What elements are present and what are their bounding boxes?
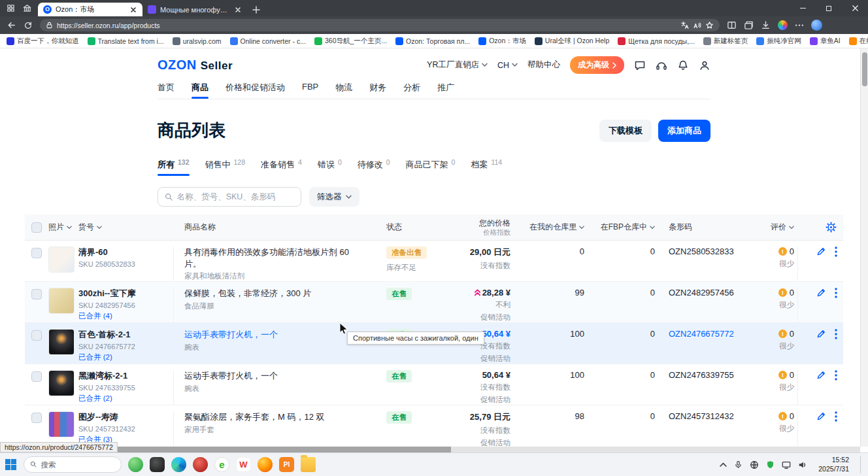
barcode-link[interactable]: OZN2476675772 xyxy=(669,329,734,339)
edit-pencil-icon[interactable] xyxy=(816,288,826,298)
col-photo[interactable]: 照片 xyxy=(48,222,77,233)
security-shield-icon[interactable] xyxy=(766,460,775,469)
nav-finance[interactable]: 财务 xyxy=(369,82,386,99)
extension-icon[interactable] xyxy=(778,20,788,30)
bookmark-item[interactable]: 新建标签页 xyxy=(703,37,748,46)
filters-button[interactable]: 筛选器 xyxy=(309,187,359,207)
grid-icon[interactable] xyxy=(7,4,15,12)
back-icon[interactable] xyxy=(7,20,16,30)
table-settings-gear-icon[interactable] xyxy=(826,222,837,233)
help-center-link[interactable]: 帮助中心 xyxy=(527,60,560,71)
file-explorer-icon[interactable] xyxy=(301,457,316,472)
product-photo[interactable] xyxy=(48,411,75,437)
globe-network-icon[interactable] xyxy=(750,460,759,469)
product-search[interactable] xyxy=(158,187,301,207)
row-menu-kebab-icon[interactable] xyxy=(835,370,837,381)
product-photo[interactable] xyxy=(48,288,75,314)
microphone-icon[interactable] xyxy=(734,460,743,469)
display-icon[interactable] xyxy=(782,460,791,469)
bookmark-item[interactable]: 百度一下，你就知道 xyxy=(7,37,79,46)
bookmark-item[interactable]: 章鱼AI xyxy=(810,37,841,46)
goods-number[interactable]: 清界-60 xyxy=(78,246,167,258)
bookmark-item[interactable]: Ozon: Торговая пл... xyxy=(395,37,470,45)
row-checkbox[interactable] xyxy=(31,330,42,341)
goods-number[interactable]: 300zhi--宝下摩 xyxy=(78,288,167,299)
settings-menu-icon[interactable] xyxy=(795,24,804,27)
product-photo[interactable] xyxy=(48,246,75,273)
e-browser-icon[interactable] xyxy=(214,457,229,472)
filter-tab-all[interactable]: 所有132 xyxy=(158,159,190,176)
row-menu-kebab-icon[interactable] xyxy=(835,411,837,422)
wps-icon[interactable] xyxy=(236,457,251,472)
dark-app-icon[interactable] xyxy=(150,457,165,472)
bookmark-item[interactable]: Ozon：市场 xyxy=(478,37,526,46)
language-selector[interactable]: CH xyxy=(497,61,518,70)
tab-close-icon[interactable] xyxy=(234,6,242,14)
edit-pencil-icon[interactable] xyxy=(816,370,826,380)
bookmark-item[interactable]: Translate text from i... xyxy=(88,37,164,45)
refresh-icon[interactable] xyxy=(24,21,33,30)
taskbar-clock[interactable]: 15:52 2025/7/31 xyxy=(818,456,849,473)
col-fbp-warehouse[interactable]: 在FBP仓库中 xyxy=(586,222,656,233)
nav-home[interactable]: 首页 xyxy=(158,82,175,99)
row-menu-kebab-icon[interactable] xyxy=(835,288,837,298)
merged-link[interactable]: 已合并 (2) xyxy=(78,352,167,362)
bookmark-item[interactable]: 360导航_一个主页... xyxy=(314,37,387,46)
maximize-icon[interactable] xyxy=(816,0,842,16)
pi-app-icon[interactable] xyxy=(279,457,294,472)
bookmark-item[interactable]: uralsvip.com xyxy=(173,37,222,45)
product-name[interactable]: 聚氨酯涂层，家务手套，M 码，12 双 xyxy=(184,411,359,423)
read-aloud-icon[interactable] xyxy=(693,21,701,29)
user-icon[interactable] xyxy=(699,60,710,71)
bell-icon[interactable] xyxy=(677,60,689,71)
row-menu-kebab-icon[interactable] xyxy=(835,329,837,339)
bookmark-item[interactable]: Щетка для посуды,... xyxy=(618,37,695,45)
start-button[interactable] xyxy=(5,459,17,471)
taskbar-search-input[interactable] xyxy=(41,461,115,469)
close-icon[interactable] xyxy=(842,0,868,16)
goods-number[interactable]: 图岁--寿涛 xyxy=(78,411,167,423)
show-desktop-button[interactable] xyxy=(860,456,863,473)
bookmark-item[interactable]: 振纯净官网 xyxy=(756,37,801,46)
minimize-icon[interactable] xyxy=(790,0,816,16)
favorites-star-icon[interactable] xyxy=(705,21,714,29)
col-rating[interactable]: 评价 xyxy=(754,222,797,233)
downloads-icon[interactable] xyxy=(761,20,771,30)
store-selector[interactable]: YR工厂直销店 xyxy=(427,60,488,71)
new-tab-icon[interactable] xyxy=(252,6,260,14)
download-template-button[interactable]: 下载模板 xyxy=(599,120,652,142)
profile-avatar[interactable] xyxy=(811,20,822,31)
col-my-warehouse[interactable]: 在我的仓库里 xyxy=(514,222,586,233)
nav-pricing-promos[interactable]: 价格和促销活动 xyxy=(225,82,285,99)
filter-tab-ready[interactable]: 准备销售4 xyxy=(261,159,302,176)
row-checkbox[interactable] xyxy=(31,413,42,423)
bookmark-item[interactable]: Online converter - c... xyxy=(230,37,306,45)
building-icon[interactable] xyxy=(23,4,31,12)
product-photo[interactable] xyxy=(48,329,75,355)
edge-browser-icon[interactable] xyxy=(171,457,186,472)
row-checkbox[interactable] xyxy=(31,289,42,299)
edit-pencil-icon[interactable] xyxy=(816,329,826,339)
edit-pencil-icon[interactable] xyxy=(816,411,826,421)
browser-tab-active[interactable]: Ozon：市场 xyxy=(38,3,142,16)
firefox-icon[interactable] xyxy=(258,457,273,472)
add-product-button[interactable]: 添加商品 xyxy=(658,120,710,142)
nav-promotion[interactable]: 推广 xyxy=(437,82,454,99)
address-bar[interactable]: https://seller.ozon.ru/app/products xyxy=(40,19,720,31)
tray-chevron-up-icon[interactable] xyxy=(720,462,727,468)
goods-number[interactable]: 黑濑湾标-2-1 xyxy=(78,370,167,382)
nav-fbp[interactable]: FBP xyxy=(302,82,318,99)
vertical-scrollbar-thumb[interactable] xyxy=(862,52,867,86)
tab-close-icon[interactable] xyxy=(129,6,137,14)
filter-tab-archive[interactable]: 档案114 xyxy=(471,159,502,176)
product-name[interactable]: 保鲜膜，包装，非常经济，300 片 xyxy=(184,288,359,299)
browser-tab-inactive[interactable]: Мощные многофункциональн... xyxy=(142,3,247,16)
nav-products[interactable]: 商品 xyxy=(192,82,209,99)
headset-icon[interactable] xyxy=(656,60,667,71)
search-input[interactable] xyxy=(177,192,294,201)
goods-number[interactable]: 百色-首标-2-1 xyxy=(78,329,167,341)
become-premium-button[interactable]: 成为高级 xyxy=(570,56,624,74)
ozon-logo[interactable]: OZONSeller xyxy=(158,58,233,73)
row-checkbox[interactable] xyxy=(31,371,42,382)
filter-tab-unlisted[interactable]: 商品已下架0 xyxy=(406,159,456,176)
